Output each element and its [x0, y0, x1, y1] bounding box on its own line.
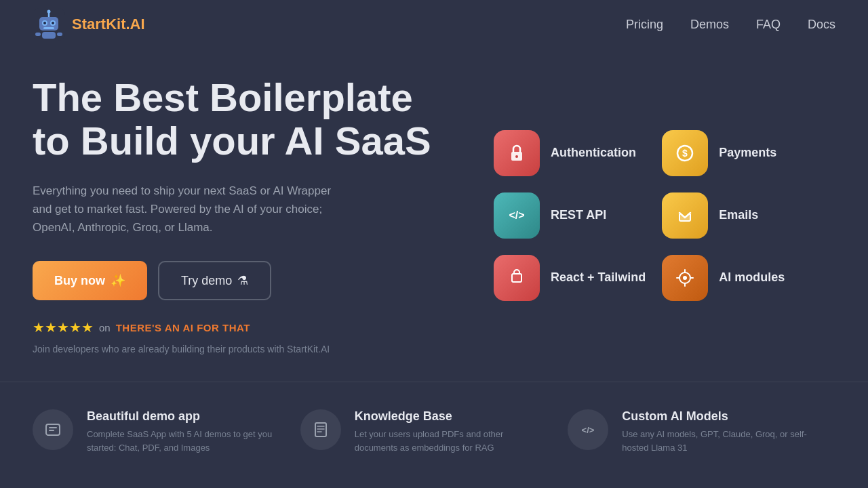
demo-app-text: Beautiful demo app Complete SaaS App wit…: [87, 409, 279, 454]
react-icon: [494, 255, 540, 301]
feature-emails[interactable]: Emails: [662, 192, 814, 239]
svg-rect-17: [512, 274, 521, 282]
hero-section: The Best Boilerplate to Build your AI Sa…: [0, 49, 868, 368]
rating-on-text: on: [99, 322, 111, 333]
logo[interactable]: StartKit.AI: [33, 8, 145, 41]
flask-icon: ⚗: [237, 273, 248, 288]
knowledge-base-title: Knowledge Base: [355, 409, 547, 424]
knowledge-base-text: Knowledge Base Let your users upload PDF…: [355, 409, 547, 454]
feature-react-tailwind[interactable]: React + Tailwind: [494, 255, 646, 301]
logo-text: StartKit.AI: [72, 16, 145, 33]
ai-modules-label: AI modules: [719, 270, 785, 285]
svg-point-7: [52, 22, 54, 24]
payments-label: Payments: [719, 146, 776, 160]
feature-payments[interactable]: $ Payments: [662, 130, 814, 176]
svg-text:</>: </>: [582, 425, 595, 435]
svg-text:$: $: [682, 148, 688, 159]
demo-app-icon: [33, 409, 73, 450]
star-rating: ★★★★★: [33, 319, 94, 336]
emails-label: Emails: [719, 208, 758, 222]
bottom-demo-app: Beautiful demo app Complete SaaS App wit…: [33, 409, 300, 454]
feature-authentication[interactable]: Authentication: [494, 130, 646, 176]
payments-icon: $: [662, 130, 708, 176]
react-label: React + Tailwind: [551, 270, 646, 285]
nav-pricing[interactable]: Pricing: [626, 18, 663, 32]
nav-demos[interactable]: Demos: [690, 18, 729, 32]
hero-subtitle: Everything you need to ship your next Sa…: [33, 182, 344, 237]
logo-robot-icon: [33, 8, 65, 41]
svg-point-6: [43, 22, 46, 24]
demo-app-title: Beautiful demo app: [87, 409, 279, 424]
hero-title: The Best Boilerplate to Build your AI Sa…: [33, 76, 453, 163]
nav-links: Pricing Demos FAQ Docs: [626, 18, 835, 32]
svg-rect-8: [43, 27, 54, 29]
auth-label: Authentication: [551, 146, 636, 160]
api-label: REST API: [551, 208, 606, 222]
svg-rect-25: [315, 423, 326, 436]
ai-icon: [662, 255, 708, 301]
nav-faq[interactable]: FAQ: [756, 18, 781, 32]
buy-now-button[interactable]: Buy now ✨: [33, 261, 147, 300]
svg-rect-9: [42, 32, 56, 39]
demo-app-desc: Complete SaaS App with 5 AI demos to get…: [87, 428, 279, 454]
svg-text:</>: </>: [509, 209, 524, 221]
navbar: StartKit.AI Pricing Demos FAQ Docs: [0, 0, 868, 49]
bottom-knowledge-base: Knowledge Base Let your users upload PDF…: [300, 409, 568, 454]
auth-icon: [494, 130, 540, 176]
svg-point-2: [47, 10, 51, 14]
custom-ai-desc: Use any AI models, GPT, Claude, Groq, or…: [622, 428, 814, 454]
custom-ai-title: Custom AI Models: [622, 409, 814, 424]
bottom-custom-ai: </> Custom AI Models Use any AI models, …: [568, 409, 835, 454]
custom-ai-icon: </>: [568, 409, 608, 450]
hero-buttons: Buy now ✨ Try demo ⚗: [33, 261, 453, 300]
email-icon: [662, 192, 708, 239]
join-text: Join developers who are already building…: [33, 344, 453, 354]
feature-ai-modules[interactable]: AI modules: [662, 255, 814, 301]
svg-point-19: [683, 276, 687, 280]
hero-left: The Best Boilerplate to Build your AI Sa…: [33, 76, 453, 354]
bottom-features: Beautiful demo app Complete SaaS App wit…: [0, 382, 868, 454]
svg-rect-10: [35, 33, 41, 36]
svg-rect-11: [57, 33, 62, 36]
sparkle-icon: ✨: [111, 273, 125, 288]
rating-brand: THERE'S AN AI FOR THAT: [116, 322, 250, 333]
feature-grid: Authentication $ Payments </> REST API: [494, 130, 814, 301]
svg-point-13: [515, 155, 518, 158]
custom-ai-text: Custom AI Models Use any AI models, GPT,…: [622, 409, 814, 454]
api-icon: </>: [494, 192, 540, 239]
rating-row: ★★★★★ on THERE'S AN AI FOR THAT: [33, 319, 453, 336]
knowledge-base-desc: Let your users upload PDFs and other doc…: [355, 428, 547, 454]
try-demo-button[interactable]: Try demo ⚗: [158, 261, 271, 300]
feature-rest-api[interactable]: </> REST API: [494, 192, 646, 239]
nav-docs[interactable]: Docs: [808, 18, 835, 32]
knowledge-base-icon: [300, 409, 341, 450]
